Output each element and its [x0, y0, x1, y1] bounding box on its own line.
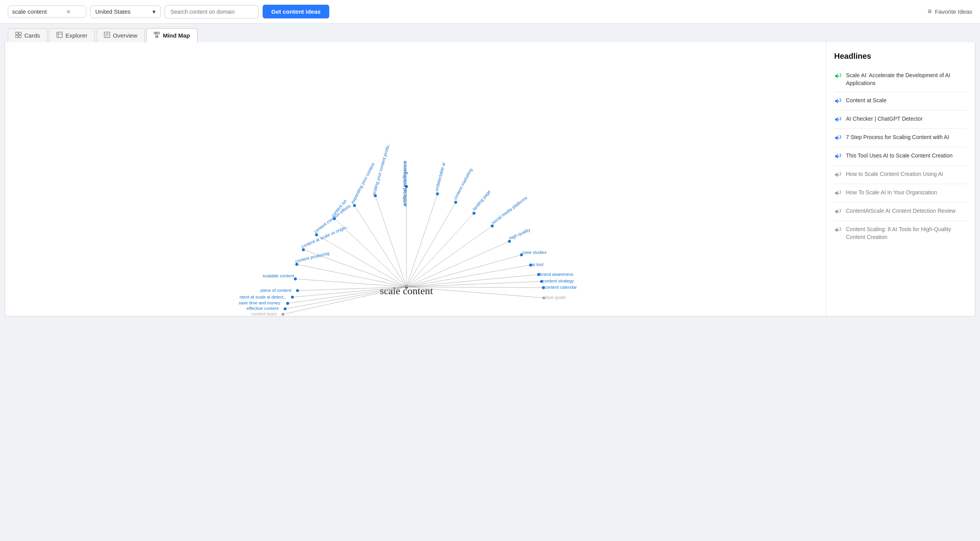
tab-explorer[interactable]: Explorer — [49, 28, 95, 42]
headline-item[interactable]: ContentAtScale AI Content Detection Revi… — [834, 203, 967, 221]
clear-search-button[interactable]: ✕ — [66, 9, 71, 14]
svg-line-78 — [407, 275, 539, 287]
svg-text:social media platforms: social media platforms — [491, 195, 528, 225]
svg-line-57 — [407, 194, 437, 287]
svg-rect-12 — [157, 32, 160, 34]
headline-item[interactable]: Scale AI: Accelerate the Development of … — [834, 67, 967, 92]
headline-text: Content Scaling: 8 AI Tools for High-Qua… — [846, 226, 967, 241]
overview-icon — [104, 32, 110, 39]
svg-text:undetectable ai: undetectable ai — [434, 162, 446, 192]
svg-text:ntent at scale ai detect..: ntent at scale ai detect.. — [240, 295, 286, 299]
svg-text:save time and money: save time and money — [239, 300, 281, 305]
svg-point-58 — [436, 192, 439, 195]
svg-point-64 — [472, 212, 475, 214]
svg-text:content at scale vs origin..: content at scale vs origin.. — [301, 224, 349, 249]
megaphone-icon — [834, 171, 842, 179]
headline-item[interactable]: This Tool Uses AI to Scale Content Creat… — [834, 147, 967, 166]
svg-text:scalable content: scalable content — [263, 273, 295, 278]
svg-text:landing page: landing page — [472, 189, 491, 212]
mindmap-svg: scale content artificial intelligence sc… — [5, 42, 826, 316]
svg-text:ai tool: ai tool — [532, 262, 543, 267]
svg-text:expanding your content: expanding your content — [350, 162, 376, 204]
svg-line-30 — [316, 235, 406, 287]
svg-rect-0 — [16, 32, 18, 34]
svg-point-40 — [294, 277, 297, 280]
tab-cards[interactable]: Cards — [8, 28, 47, 42]
svg-line-72 — [407, 255, 522, 287]
svg-line-66 — [407, 226, 492, 287]
domain-search-input[interactable] — [165, 5, 259, 18]
headline-item[interactable]: How to Scale Content Creation Using AI — [834, 166, 967, 184]
megaphone-icon — [834, 226, 842, 234]
tab-cards-label: Cards — [24, 32, 40, 39]
search-box: ✕ — [8, 5, 86, 18]
headline-text: How To Scale AI In Your Organization — [846, 189, 937, 197]
headlines-sidebar: Headlines Scale AI: Accelerate the Devel… — [826, 42, 975, 316]
megaphone-icon — [834, 116, 842, 124]
svg-line-39 — [295, 279, 406, 287]
svg-line-24 — [354, 206, 406, 287]
chevron-down-icon: ▾ — [152, 8, 156, 15]
svg-rect-2 — [16, 35, 18, 38]
svg-text:content marketing: content marketing — [453, 168, 473, 201]
main-content: scale content artificial intelligence sc… — [5, 42, 975, 317]
svg-point-55 — [281, 313, 284, 316]
mindmap-area[interactable]: scale content artificial intelligence sc… — [5, 42, 826, 316]
svg-text:piece of content: piece of content — [260, 288, 292, 293]
tab-mindmap[interactable]: Mind Map — [146, 28, 197, 42]
svg-line-36 — [297, 264, 407, 287]
country-label: United States — [95, 8, 131, 15]
svg-line-21 — [375, 195, 406, 287]
favorite-ideas-button[interactable]: ≡ Favorite Ideas — [927, 7, 972, 16]
headline-item[interactable]: AI Checker | ChatGPT Detector — [834, 110, 967, 129]
headline-item[interactable]: Content Scaling: 8 AI Tools for High-Qua… — [834, 221, 967, 246]
svg-point-52 — [284, 308, 287, 310]
megaphone-icon — [834, 208, 842, 216]
svg-text:brand awareness: brand awareness — [540, 272, 573, 277]
headlines-title: Headlines — [834, 52, 967, 61]
headline-item[interactable]: 7 Step Process for Scaling Content with … — [834, 129, 967, 147]
headline-text: 7 Step Process for Scaling Content with … — [846, 134, 949, 141]
svg-line-81 — [407, 281, 542, 287]
tab-explorer-label: Explorer — [65, 32, 87, 39]
svg-rect-3 — [19, 35, 21, 38]
megaphone-icon — [834, 98, 842, 105]
svg-text:scaling your content produ..: scaling your content produ.. — [371, 143, 390, 195]
mindmap-icon — [154, 32, 160, 39]
cards-icon — [15, 32, 22, 39]
svg-text:case studies: case studies — [522, 250, 547, 255]
svg-rect-4 — [57, 32, 62, 38]
svg-text:content calendar: content calendar — [544, 285, 577, 289]
svg-text:artificial intelligence: artificial intelligence — [402, 161, 408, 206]
svg-text:content team: content team — [251, 311, 277, 316]
svg-line-60 — [407, 202, 456, 287]
svg-point-61 — [454, 201, 457, 203]
headline-text: ContentAtScale AI Content Detection Revi… — [846, 207, 955, 215]
explorer-icon — [56, 32, 63, 39]
list-icon: ≡ — [927, 7, 932, 16]
tab-mindmap-label: Mind Map — [163, 32, 190, 39]
headline-item[interactable]: How To Scale AI In Your Organization — [834, 184, 967, 203]
country-selector[interactable]: United States ▾ — [90, 5, 161, 18]
get-ideas-button[interactable]: Get content ideas — [263, 5, 329, 18]
megaphone-icon — [834, 153, 842, 161]
svg-text:content strategy: content strategy — [543, 279, 574, 283]
header: ✕ United States ▾ Get content ideas ≡ Fa… — [0, 0, 980, 24]
tabs-bar: Cards Explorer Overview — [0, 24, 980, 42]
svg-text:effective content: effective content — [247, 306, 279, 311]
svg-line-75 — [407, 265, 531, 287]
headline-text: This Tool Uses AI to Scale Content Creat… — [846, 152, 953, 160]
megaphone-icon — [834, 190, 842, 197]
svg-rect-1 — [19, 32, 21, 34]
headline-text: AI Checker | ChatGPT Detector — [846, 115, 923, 123]
tab-overview-label: Overview — [113, 32, 138, 39]
svg-text:high quality: high quality — [508, 227, 531, 241]
svg-line-69 — [407, 241, 510, 287]
tab-overview[interactable]: Overview — [96, 28, 145, 42]
megaphone-icon — [834, 72, 842, 80]
headline-text: Scale AI: Accelerate the Development of … — [846, 72, 967, 87]
headline-text: Content at Scale — [846, 97, 887, 105]
headline-item[interactable]: Content at Scale — [834, 92, 967, 110]
svg-point-49 — [286, 302, 289, 305]
search-input[interactable] — [12, 8, 63, 15]
